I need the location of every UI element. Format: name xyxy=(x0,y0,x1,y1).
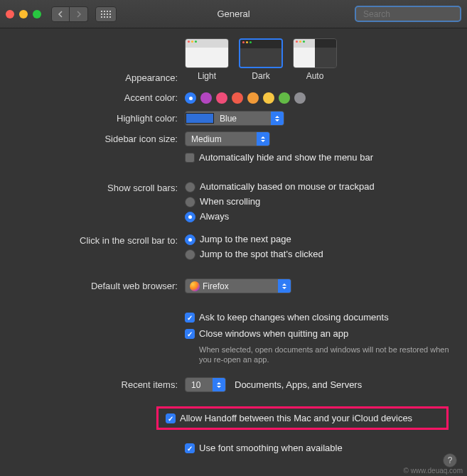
traffic-lights xyxy=(6,10,41,18)
chevron-updown-icon xyxy=(271,112,284,125)
accent-red[interactable] xyxy=(232,92,243,104)
chevron-updown-icon xyxy=(278,279,291,293)
show-all-button[interactable] xyxy=(95,6,117,22)
accent-pink[interactable] xyxy=(216,92,227,104)
forward-button[interactable] xyxy=(70,6,88,22)
scroll-always-radio[interactable]: Always xyxy=(185,211,229,222)
appearance-dark[interactable]: Dark xyxy=(239,38,283,81)
chevron-updown-icon xyxy=(213,378,225,391)
highlight-select[interactable]: Blue xyxy=(185,111,284,126)
grid-icon xyxy=(101,11,111,18)
close-windows-hint: When selected, open documents and window… xyxy=(199,345,453,364)
sidebar-size-select[interactable]: Medium xyxy=(185,131,270,146)
auto-hide-menubar-checkbox[interactable]: Automatically hide and show the menu bar xyxy=(185,152,373,163)
checkbox-icon xyxy=(185,313,195,323)
search-input[interactable] xyxy=(363,9,467,19)
font-smoothing-checkbox[interactable]: Use font smoothing when available xyxy=(185,443,343,453)
minimize-window-button[interactable] xyxy=(19,10,28,18)
browser-label: Default web browser: xyxy=(14,279,185,293)
accent-graphite[interactable] xyxy=(294,92,306,104)
accent-orange[interactable] xyxy=(247,92,259,104)
click-next-radio[interactable]: Jump to the next page xyxy=(185,234,291,245)
radio-icon xyxy=(185,182,195,193)
appearance-light[interactable]: Light xyxy=(185,38,229,81)
checkbox-icon xyxy=(185,153,195,163)
checkbox-icon xyxy=(185,443,195,453)
watermark: © www.deuaq.com xyxy=(403,467,463,475)
sidebar-size-label: Sidebar icon size: xyxy=(14,132,185,146)
radio-icon xyxy=(185,212,195,222)
checkbox-icon xyxy=(185,329,195,339)
accent-label: Accent color: xyxy=(14,91,185,105)
back-button[interactable] xyxy=(51,6,70,22)
recent-suffix: Documents, Apps, and Servers xyxy=(235,379,362,390)
scroll-auto-radio[interactable]: Automatically based on mouse or trackpad xyxy=(185,181,375,193)
click-spot-radio[interactable]: Jump to the spot that's clicked xyxy=(185,249,323,260)
scrollbars-label: Show scroll bars: xyxy=(14,181,185,195)
chevron-right-icon xyxy=(76,11,82,18)
ask-changes-checkbox[interactable]: Ask to keep changes when closing documen… xyxy=(185,312,389,323)
accent-purple[interactable] xyxy=(200,92,212,104)
recent-label: Recent items: xyxy=(14,378,185,392)
appearance-label: Appearance: xyxy=(14,38,185,85)
accent-green[interactable] xyxy=(279,92,290,104)
accent-blue[interactable] xyxy=(185,92,196,104)
highlight-swatch xyxy=(186,113,214,124)
close-windows-checkbox[interactable]: Close windows when quitting an app xyxy=(185,328,348,339)
click-scroll-label: Click in the scroll bar to: xyxy=(14,234,185,248)
radio-icon xyxy=(185,234,195,245)
close-window-button[interactable] xyxy=(6,10,14,18)
chevron-updown-icon xyxy=(257,132,269,146)
checkbox-icon xyxy=(166,413,176,423)
highlight-label: Highlight color: xyxy=(14,112,185,126)
browser-select[interactable]: Firefox xyxy=(185,278,291,293)
chevron-left-icon xyxy=(58,11,63,18)
help-button[interactable]: ? xyxy=(443,453,457,467)
radio-icon xyxy=(185,249,195,260)
radio-icon xyxy=(185,197,195,207)
recent-select[interactable]: 10 xyxy=(185,377,226,392)
handoff-checkbox[interactable]: Allow Handoff between this Mac and your … xyxy=(166,413,412,423)
scroll-when-radio[interactable]: When scrolling xyxy=(185,196,260,207)
search-field[interactable] xyxy=(355,6,461,22)
handoff-highlight: Allow Handoff between this Mac and your … xyxy=(156,406,449,430)
zoom-window-button[interactable] xyxy=(33,10,41,18)
appearance-auto[interactable]: Auto xyxy=(293,38,337,81)
accent-color-picker xyxy=(185,92,453,104)
titlebar: General xyxy=(0,0,467,28)
firefox-icon xyxy=(190,281,200,291)
accent-yellow[interactable] xyxy=(263,92,274,104)
